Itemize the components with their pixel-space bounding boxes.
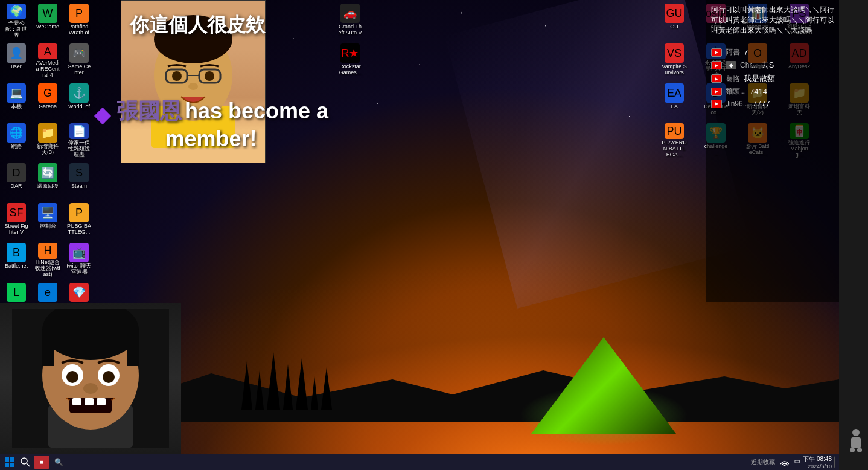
chat-user-3: 麵頭...	[726, 86, 746, 97]
taskbar-active-app-2[interactable]: 🔍	[51, 456, 66, 469]
icon-gta5-mid[interactable]: 🚗 Grand Theft Auto V	[336, 2, 364, 40]
icon-garena[interactable]: G Garena	[34, 82, 62, 120]
taskbar-lang: 中	[794, 458, 800, 466]
icon-label: EA	[671, 104, 678, 110]
icon-network[interactable]: 🌐 網路	[2, 122, 30, 159]
icon-img: 🌍	[7, 4, 26, 19]
icon-ea[interactable]: EA EA	[660, 82, 688, 120]
member-name-text: 張國恩	[116, 98, 182, 123]
svg-point-21	[66, 371, 78, 383]
svg-rect-25	[85, 398, 94, 405]
icon-dar[interactable]: D DAR	[2, 162, 30, 199]
icon-vampire[interactable]: VS Vampire Survivors	[660, 42, 688, 80]
app-indicator: ■	[40, 459, 43, 465]
icon-img: A	[38, 43, 57, 59]
person-icon-svg	[847, 428, 865, 452]
icon-label: Street Fighter V	[4, 224, 29, 236]
taskbar: ■ 🔍 近期收藏 中 下午 08:48 2024/6/10	[0, 454, 839, 470]
taskbar-time: 下午 08:48	[803, 455, 832, 463]
icon-label: Rockstar Games...	[337, 64, 363, 76]
icon-label: DAR	[10, 184, 22, 190]
icon-user[interactable]: 👤 user	[2, 42, 30, 80]
icon-img: H	[38, 243, 57, 259]
chat-msg-4: 7777	[753, 99, 770, 108]
icon-quanjing[interactable]: 🌍 全景公配：新世界	[2, 2, 30, 40]
icon-twitch[interactable]: 📺 twitch聊天室速器	[65, 242, 93, 279]
icon-hinet[interactable]: H HiNet遊合收速器(wtfast)	[34, 242, 62, 279]
svg-point-32	[21, 458, 27, 464]
icon-label: Grand Theft Auto V	[337, 24, 363, 36]
svg-rect-17	[42, 330, 54, 366]
icon-playerunk[interactable]: PU PLAYERUN BATTLEGA...	[660, 122, 688, 159]
icon-img: L	[7, 283, 26, 302]
icon-label: GU	[670, 24, 678, 30]
icon-averedia[interactable]: A AVerMedia RECentral 4	[34, 42, 62, 80]
taskbar-clock: 下午 08:48 2024/6/10	[803, 455, 832, 469]
chat-entry-3: ▶ 麵頭... 7414	[711, 86, 834, 97]
member-text: member!	[94, 126, 328, 152]
icon-img: W	[38, 4, 57, 23]
svg-point-9	[205, 71, 214, 81]
svg-rect-38	[857, 448, 862, 452]
icon-label: 全景公配：新世界	[4, 21, 29, 39]
svg-point-22	[103, 371, 115, 383]
sidebar-person-icon	[847, 428, 865, 452]
icon-img: 📁	[38, 123, 57, 143]
icon-pathfind[interactable]: P Pathfind: Wrath of	[65, 2, 93, 40]
svg-rect-31	[10, 463, 14, 467]
icon-wegame[interactable]: W WeGame	[34, 2, 62, 40]
taskbar-recent: 近期收藏	[751, 458, 775, 466]
svg-rect-24	[72, 398, 81, 405]
icon-label: 網路	[11, 144, 22, 150]
icon-img: 🎮	[69, 43, 89, 63]
taskbar-show-desktop[interactable]	[834, 456, 837, 468]
chat-entry-1: ▶ ◆ Chr... 去S	[711, 60, 834, 71]
icon-img: EA	[665, 83, 684, 103]
icon-world[interactable]: ⚓ World_of	[65, 82, 93, 120]
icon-docs[interactable]: 📄 偉家一保性雜類說理盡	[65, 122, 93, 159]
icon-label: 本機	[11, 104, 22, 110]
icon-streetfighter[interactable]: SF Street Fighter V	[2, 202, 30, 239]
icon-gu[interactable]: GU GU	[660, 2, 688, 40]
icon-label: 控制台	[40, 224, 56, 230]
taskbar-right: 近期收藏 中 下午 08:48 2024/6/10	[751, 455, 837, 469]
streamer-face	[0, 303, 181, 454]
chinese-caption: 你這個人很皮欸	[130, 12, 265, 39]
chat-messages-block: 阿行可以叫黃老師出來大談嗎＼＼阿行可以叫黃老師出來大談嗎＼＼阿行可以叫黃老師出來…	[711, 5, 834, 35]
icon-img: P	[69, 203, 89, 222]
icon-label: WeGame	[36, 24, 59, 30]
icon-rockstar[interactable]: R★ Rockstar Games...	[336, 42, 364, 80]
icon-pubg[interactable]: P PUBG BATTLEG...	[65, 202, 93, 239]
icon-img: 💻	[7, 83, 26, 103]
icon-computer[interactable]: 💻 本機	[2, 82, 30, 120]
icon-label: PLAYERUN BATTLEGA...	[662, 140, 687, 158]
icon-newfolder1[interactable]: 📁 新增寶科天(3)	[34, 122, 62, 159]
icon-restore[interactable]: 🔄 還原回復	[34, 162, 62, 199]
icon-label: 還原回復	[37, 184, 59, 190]
icon-label: twitch聊天室速器	[66, 263, 92, 275]
icon-img: 🔄	[38, 163, 57, 182]
chat-msg-3: 7414	[750, 87, 767, 96]
app-indicator-2: 🔍	[54, 458, 63, 466]
chat-panel: 阿行可以叫黃老師出來大談嗎＼＼阿行可以叫黃老師出來大談嗎＼＼阿行可以叫黃老師出來…	[706, 0, 839, 302]
icon-steam[interactable]: S Steam	[65, 162, 93, 199]
taskbar-windows-icon[interactable]	[2, 455, 17, 469]
svg-point-10	[188, 83, 198, 90]
chat-badge-yt-4: ▶	[711, 100, 722, 108]
taskbar-network-icon[interactable]	[777, 455, 792, 469]
taskbar-active-app-1[interactable]: ■	[34, 456, 49, 469]
icon-gamecenter[interactable]: 🎮 Game Center	[65, 42, 93, 80]
icon-label: Steam	[71, 184, 87, 190]
taskbar-search-icon[interactable]	[18, 455, 33, 469]
icon-control[interactable]: 🖥️ 控制台	[34, 202, 62, 239]
icon-img: R★	[340, 43, 360, 63]
icon-img: 🖥️	[38, 203, 57, 222]
desktop-icons-mid: 🚗 Grand Theft Auto V R★ Rockstar Games..…	[326, 0, 374, 82]
chat-entry-4: ▶ Jin96... 7777	[711, 99, 834, 108]
icon-battlenet[interactable]: B Battle.net	[2, 242, 30, 279]
icon-label: AVerMedia RECentral 4	[35, 60, 60, 79]
icon-img: 👤	[7, 43, 26, 63]
webcam-streamer	[0, 303, 181, 454]
search-icon	[21, 457, 30, 467]
icon-label: Game Center	[66, 64, 92, 76]
